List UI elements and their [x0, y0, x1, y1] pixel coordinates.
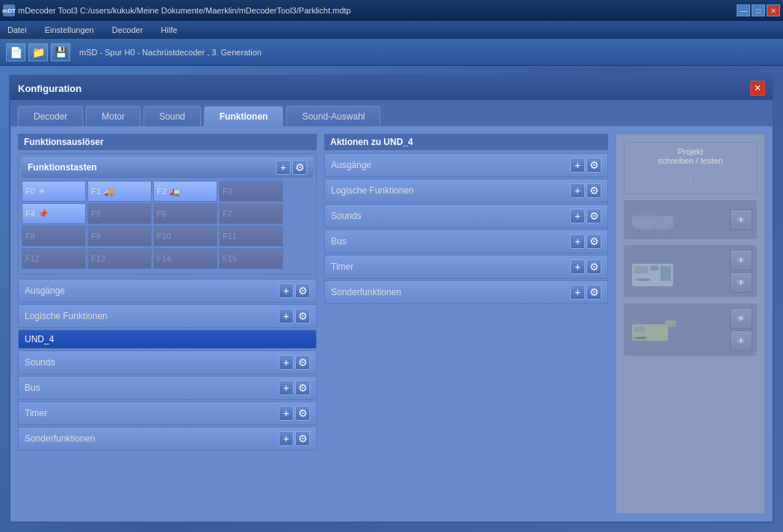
- settings-sonder-button[interactable]: ⚙: [295, 431, 310, 446]
- title-bar-buttons: — □ ✕: [737, 4, 780, 16]
- left-panel: Funktionsauslöser Funktionstasten + ⚙: [18, 134, 317, 514]
- settings-logfunc-button[interactable]: ⚙: [295, 309, 310, 324]
- right-add-ausgaenge-button[interactable]: +: [570, 158, 585, 173]
- function-keys-header: Funktionstasten + ⚙: [22, 157, 313, 178]
- close-window-button[interactable]: ✕: [767, 4, 780, 16]
- right-settings-ausgaenge-button[interactable]: ⚙: [587, 158, 601, 173]
- add-function-key-button[interactable]: +: [276, 160, 291, 175]
- settings-timer-button[interactable]: ⚙: [295, 406, 310, 421]
- loco-mid-area: märklin 👁 👁: [624, 245, 757, 297]
- func-cell-f8: F8: [22, 226, 86, 247]
- left-logische-funktionen[interactable]: Logische Funktionen + ⚙: [18, 304, 317, 328]
- svg-text:märklin: märklin: [636, 277, 650, 282]
- settings-sounds-button[interactable]: ⚙: [295, 355, 310, 370]
- decoder-btn2[interactable]: 👁: [730, 272, 752, 293]
- right-add-bus-button[interactable]: +: [570, 234, 585, 249]
- toolbar: 📄 📁 💾 mSD - Spur H0 - Nachrüstdecoder , …: [0, 39, 783, 66]
- right-settings-bus-button[interactable]: ⚙: [587, 234, 601, 249]
- write-project-area: Projektschreiben / testen ↓: [624, 142, 757, 194]
- menu-item-decoder[interactable]: Decoder: [108, 24, 148, 36]
- func-row-0: F0 ☀ F1 🚚 F2 🚛: [22, 181, 313, 202]
- func-cell-f2[interactable]: F2 🚛: [153, 181, 217, 202]
- left-panel-label: Funktionsauslöser: [18, 134, 317, 150]
- right-settings-sonder-button[interactable]: ⚙: [587, 285, 601, 300]
- menu-item-datei[interactable]: Datei: [3, 24, 31, 36]
- tab-motor[interactable]: Motor: [86, 106, 140, 126]
- svg-rect-9: [660, 266, 671, 281]
- device-label: mSD - Spur H0 - Nachrüstdecoder , 3. Gen…: [79, 48, 261, 57]
- left-und4[interactable]: UND_4: [18, 330, 317, 349]
- dialog-title-bar: Konfiguration ✕: [10, 76, 773, 100]
- right-settings-sounds-button[interactable]: ⚙: [587, 208, 601, 223]
- func-cell-f1[interactable]: F1 🚚: [87, 181, 152, 202]
- right-settings-logfunc-button[interactable]: ⚙: [587, 183, 601, 198]
- svg-rect-12: [666, 321, 676, 327]
- tab-sound[interactable]: Sound: [143, 106, 201, 126]
- restore-button[interactable]: □: [752, 4, 765, 16]
- right-settings-timer-button[interactable]: ⚙: [587, 259, 601, 274]
- left-ausgaenge[interactable]: Ausgänge + ⚙: [18, 279, 317, 303]
- decoder-buttons: 👁 👁: [730, 250, 752, 293]
- left-timer[interactable]: Timer + ⚙: [18, 401, 317, 425]
- right-sonderfunktionen[interactable]: Sonderfunktionen + ⚙: [324, 280, 608, 304]
- menu-item-hilfe[interactable]: Hilfe: [156, 24, 182, 36]
- right-panel-label: Aktionen zu UND_4: [324, 134, 608, 150]
- right-sounds[interactable]: Sounds + ⚙: [324, 204, 608, 228]
- usb-btn2[interactable]: 👁: [730, 330, 752, 351]
- func-cell-f7: F7: [219, 203, 283, 224]
- right-add-logfunc-button[interactable]: +: [570, 183, 585, 198]
- tab-funktionen[interactable]: Funktionen: [204, 106, 284, 126]
- loco-top-buttons: 👁: [730, 209, 752, 230]
- func-row-1: F4 📌 F5 F6 F7: [22, 203, 313, 224]
- right-bus[interactable]: Bus + ⚙: [324, 229, 608, 253]
- add-ausgaenge-button[interactable]: +: [279, 283, 294, 298]
- dialog-close-button[interactable]: ✕: [750, 81, 765, 96]
- settings-bus-button[interactable]: ⚙: [295, 380, 310, 395]
- menu-item-einstellungen[interactable]: Einstellungen: [40, 24, 99, 36]
- right-timer[interactable]: Timer + ⚙: [324, 255, 608, 279]
- function-keys-section: Funktionstasten + ⚙ F0 ☀: [18, 153, 317, 274]
- func-cell-f13: F13: [87, 248, 152, 269]
- func-cell-f10: F10: [153, 226, 217, 247]
- left-sonderfunktionen[interactable]: Sonderfunktionen + ⚙: [18, 427, 317, 451]
- settings-function-key-button[interactable]: ⚙: [292, 160, 307, 175]
- right-logische-funktionen[interactable]: Logische Funktionen + ⚙: [324, 179, 608, 202]
- usb-area: märklin 👁 👁: [624, 303, 757, 356]
- title-bar-text: mDecoder Tool3 C:/users/kukuk/Meine Doku…: [18, 6, 734, 15]
- svg-rect-5: [630, 226, 636, 229]
- loco-top-btn1[interactable]: 👁: [730, 209, 752, 230]
- function-keys-title: Funktionstasten: [28, 162, 97, 173]
- func-cell-f4[interactable]: F4 📌: [22, 203, 86, 224]
- minimize-button[interactable]: —: [737, 4, 750, 16]
- svg-text:märklin: märklin: [634, 335, 646, 340]
- main-background: Konfiguration ✕ Decoder Motor Sound Funk…: [0, 66, 783, 532]
- right-panel: Aktionen zu UND_4 Ausgänge + ⚙ Logische …: [324, 134, 608, 514]
- right-add-sounds-button[interactable]: +: [570, 208, 585, 223]
- left-sounds[interactable]: Sounds + ⚙: [18, 350, 317, 374]
- left-bus[interactable]: Bus + ⚙: [18, 376, 317, 400]
- settings-ausgaenge-button[interactable]: ⚙: [295, 283, 310, 298]
- new-file-button[interactable]: 📄: [6, 43, 25, 61]
- decoder-btn1[interactable]: 👁: [730, 250, 752, 270]
- svg-rect-8: [651, 266, 658, 270]
- right-add-sonder-button[interactable]: +: [570, 285, 585, 300]
- loco-top-area: 👁: [624, 200, 757, 239]
- right-ausgaenge[interactable]: Ausgänge + ⚙: [324, 153, 608, 177]
- func-row-3: F12 F13 F14 F15: [22, 248, 313, 269]
- usb-btn1[interactable]: 👁: [730, 308, 752, 329]
- app-icon: mDT: [3, 4, 15, 16]
- tab-sound-auswahl[interactable]: Sound-Auswahl: [286, 106, 380, 126]
- add-bus-button[interactable]: +: [279, 380, 294, 395]
- func-cell-f6: F6: [153, 203, 217, 224]
- func-cell-f9: F9: [87, 226, 152, 247]
- add-logfunc-button[interactable]: +: [279, 309, 294, 324]
- tab-decoder[interactable]: Decoder: [18, 106, 83, 126]
- func-cell-f0[interactable]: F0 ☀: [22, 181, 86, 202]
- save-file-button[interactable]: 💾: [51, 43, 70, 61]
- add-timer-button[interactable]: +: [279, 406, 294, 421]
- add-sounds-button[interactable]: +: [279, 355, 294, 370]
- add-sonder-button[interactable]: +: [279, 431, 294, 446]
- open-file-button[interactable]: 📁: [28, 43, 48, 61]
- right-add-timer-button[interactable]: +: [570, 259, 585, 274]
- func-row-2: F8 F9 F10 F11: [22, 226, 313, 247]
